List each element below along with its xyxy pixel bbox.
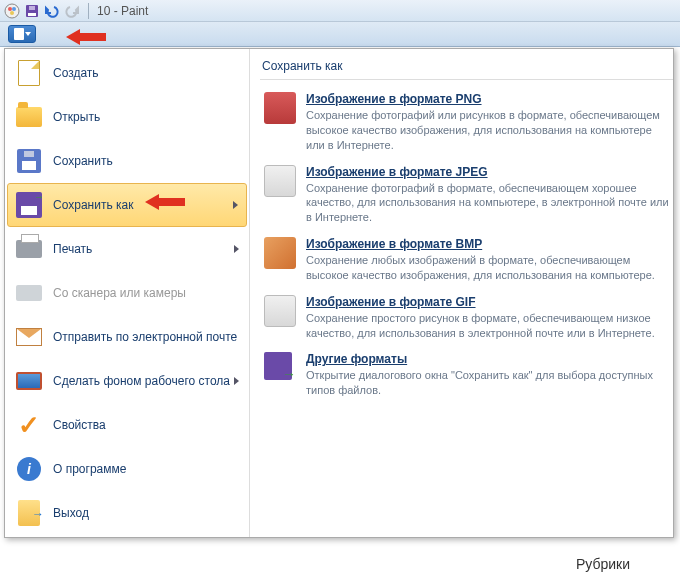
- format-title: Другие форматы: [306, 352, 669, 366]
- folder-icon: [15, 103, 43, 131]
- page-icon: [15, 59, 43, 87]
- qat-save-icon[interactable]: [24, 3, 40, 19]
- png-icon: [264, 92, 296, 124]
- menu-label: Выход: [53, 506, 239, 520]
- menu-item-about[interactable]: i О программе: [7, 447, 247, 491]
- scanner-icon: [15, 279, 43, 307]
- app-icon: [4, 3, 20, 19]
- chevron-right-icon: [233, 201, 238, 209]
- menu-label: Сделать фоном рабочего стола: [53, 374, 234, 388]
- file-menu: Создать Открыть Сохранить Сохранить как …: [4, 48, 674, 538]
- floppy-icon: [15, 147, 43, 175]
- format-item-gif[interactable]: Изображение в формате GIF Сохранение про…: [260, 289, 673, 347]
- qat-redo-icon[interactable]: [64, 3, 80, 19]
- menu-label: Сохранить как: [53, 198, 233, 212]
- format-title: Изображение в формате GIF: [306, 295, 669, 309]
- qat-undo-icon[interactable]: [44, 3, 60, 19]
- window-title: 10 - Paint: [97, 4, 148, 18]
- desktop-icon: [15, 367, 43, 395]
- menu-item-save-as[interactable]: Сохранить как: [7, 183, 247, 227]
- check-icon: ✓: [15, 411, 43, 439]
- footer-text: Рубрики: [576, 556, 630, 572]
- menu-label: Открыть: [53, 110, 239, 124]
- format-item-bmp[interactable]: Изображение в формате BMP Сохранение люб…: [260, 231, 673, 289]
- divider: [88, 3, 89, 19]
- file-menu-button[interactable]: [8, 25, 36, 43]
- format-title: Изображение в формате PNG: [306, 92, 669, 106]
- format-desc: Сохранение простого рисунок в формате, о…: [306, 311, 669, 341]
- format-desc: Сохранение любых изображений в формате, …: [306, 253, 669, 283]
- menu-label: Со сканера или камеры: [53, 286, 239, 300]
- format-desc: Сохранение фотографий или рисунков в фор…: [306, 108, 669, 153]
- titlebar: 10 - Paint: [0, 0, 680, 22]
- menu-item-email[interactable]: Отправить по электронной почте: [7, 315, 247, 359]
- menu-label: Сохранить: [53, 154, 239, 168]
- floppy-arrow-icon: [15, 191, 43, 219]
- bmp-icon: [264, 237, 296, 269]
- menu-label: Отправить по электронной почте: [53, 330, 239, 344]
- menu-item-wallpaper[interactable]: Сделать фоном рабочего стола: [7, 359, 247, 403]
- format-title: Изображение в формате JPEG: [306, 165, 669, 179]
- menu-item-new[interactable]: Создать: [7, 51, 247, 95]
- menu-item-properties[interactable]: ✓ Свойства: [7, 403, 247, 447]
- svg-point-2: [12, 7, 16, 11]
- save-as-submenu: Сохранить как Изображение в формате PNG …: [249, 49, 673, 537]
- menu-item-save[interactable]: Сохранить: [7, 139, 247, 183]
- other-formats-icon: [264, 352, 296, 384]
- printer-icon: [15, 235, 43, 263]
- menu-item-exit[interactable]: Выход: [7, 491, 247, 535]
- annotation-arrow-1: [66, 27, 106, 47]
- menu-item-open[interactable]: Открыть: [7, 95, 247, 139]
- menu-item-scanner: Со сканера или камеры: [7, 271, 247, 315]
- menu-label: Печать: [53, 242, 234, 256]
- chevron-right-icon: [234, 245, 239, 253]
- jpeg-icon: [264, 165, 296, 197]
- format-desc: Сохранение фотографий в формате, обеспеч…: [306, 181, 669, 226]
- svg-rect-5: [28, 13, 36, 16]
- submenu-title: Сохранить как: [260, 55, 673, 80]
- info-icon: i: [15, 455, 43, 483]
- file-menu-left: Создать Открыть Сохранить Сохранить как …: [5, 49, 249, 537]
- envelope-icon: [15, 323, 43, 351]
- format-title: Изображение в формате BMP: [306, 237, 669, 251]
- svg-marker-8: [145, 194, 185, 210]
- svg-rect-6: [29, 6, 35, 10]
- format-item-png[interactable]: Изображение в формате PNG Сохранение фот…: [260, 86, 673, 159]
- exit-icon: [15, 499, 43, 527]
- svg-marker-7: [66, 29, 106, 45]
- format-item-jpeg[interactable]: Изображение в формате JPEG Сохранение фо…: [260, 159, 673, 232]
- svg-point-3: [10, 11, 14, 15]
- chevron-right-icon: [234, 377, 239, 385]
- menu-item-print[interactable]: Печать: [7, 227, 247, 271]
- menu-label: Свойства: [53, 418, 239, 432]
- annotation-arrow-2: [145, 192, 185, 212]
- menu-label: О программе: [53, 462, 239, 476]
- format-item-other[interactable]: Другие форматы Открытие диалогового окна…: [260, 346, 673, 404]
- svg-point-1: [8, 7, 12, 11]
- format-desc: Открытие диалогового окна "Сохранить как…: [306, 368, 669, 398]
- menu-label: Создать: [53, 66, 239, 80]
- gif-icon: [264, 295, 296, 327]
